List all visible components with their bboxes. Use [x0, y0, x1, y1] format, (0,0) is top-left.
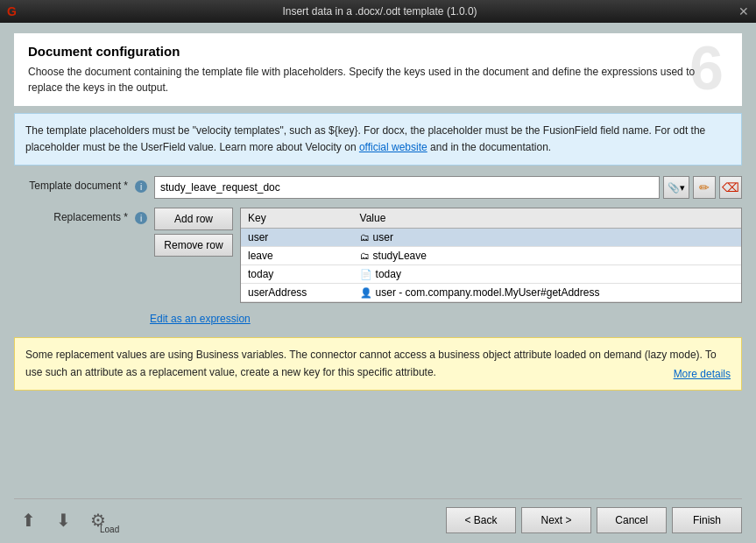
official-website-link[interactable]: official website [359, 141, 427, 153]
cancel-button[interactable]: Cancel [597, 507, 667, 533]
replacements-buttons: Add row Remove row [154, 208, 233, 303]
remove-row-button[interactable]: Remove row [154, 234, 233, 257]
value-cell: 🗂studyLeave [353, 247, 741, 265]
window-title: Insert data in a .docx/.odt template (1.… [21, 5, 738, 18]
header-section: Document configuration Choose the docume… [14, 33, 742, 106]
close-button[interactable]: ✕ [738, 4, 749, 18]
dropdown-icon: 📎▾ [668, 182, 685, 194]
col-key-header: Key [241, 208, 353, 229]
template-dropdown-btn[interactable]: 📎▾ [663, 176, 689, 199]
form-section: Template document * i 📎▾ ✏ ⌫ Replacement… [14, 176, 742, 491]
row-icon: 🗂 [360, 232, 370, 243]
page-title: Document configuration [28, 44, 728, 59]
key-cell: leave [241, 247, 353, 265]
finish-button[interactable]: Finish [672, 507, 742, 533]
replacements-wrapper: Add row Remove row Key Value user � [154, 208, 742, 303]
template-label: Template document * [14, 176, 128, 192]
replacements-info-icon[interactable]: i [135, 212, 147, 224]
value-cell: 📄today [353, 265, 741, 284]
bottom-right-section: < Back Next > Cancel Finish [446, 507, 742, 533]
back-button[interactable]: < Back [446, 507, 516, 533]
template-info-icon[interactable]: i [135, 180, 147, 193]
download-btn[interactable]: ⬇ [49, 506, 77, 534]
key-cell: userAddress [241, 284, 353, 302]
table-row[interactable]: user 🗂user [241, 229, 741, 247]
table-row[interactable]: userAddress 👤user - com.company.model.My… [241, 284, 741, 302]
page-description: Choose the document containing the templ… [28, 64, 728, 95]
row-icon: 📄 [360, 269, 372, 279]
add-row-button[interactable]: Add row [154, 208, 233, 230]
table-row[interactable]: leave 🗂studyLeave [241, 247, 741, 265]
replacements-row: Replacements * i Add row Remove row Key … [14, 208, 742, 303]
bottom-bar: ⬆ ⬇ ⚙ Load < Back Next > Cancel Finish [14, 498, 742, 536]
main-container: Document configuration Choose the docume… [0, 23, 756, 543]
template-edit-btn[interactable]: ✏ [693, 176, 716, 199]
col-value-header: Value [353, 208, 741, 229]
warning-box: Some replacement values are using Busine… [14, 337, 742, 390]
upload-icon: ⬆ [14, 506, 42, 534]
table-row[interactable]: today 📄today [241, 265, 741, 284]
title-bar: G Insert data in a .docx/.odt template (… [0, 0, 756, 23]
eraser-icon: ⌫ [722, 180, 739, 194]
more-details-link[interactable]: More details [674, 366, 731, 383]
value-cell: 👤user - com.company.model.MyUser#getAddr… [353, 284, 741, 302]
pencil-icon: ✏ [699, 180, 710, 194]
bottom-left-section: ⬆ ⬇ ⚙ Load [14, 506, 119, 534]
load-label: Load [100, 525, 119, 534]
template-input-wrapper: 📎▾ ✏ ⌫ [154, 176, 742, 199]
app-icon: G [7, 4, 21, 18]
replacements-table-wrapper: Key Value user 🗂user leave 🗂studyLeave t… [240, 208, 742, 303]
template-input[interactable] [154, 176, 660, 199]
next-button[interactable]: Next > [521, 507, 591, 533]
value-cell: 🗂user [353, 229, 741, 247]
row-icon: 🗂 [360, 250, 370, 261]
replacements-table: Key Value user 🗂user leave 🗂studyLeave t… [241, 208, 741, 302]
upload-btn[interactable]: ⬆ [14, 506, 42, 534]
key-cell: user [241, 229, 353, 247]
replacements-label: Replacements * [14, 208, 128, 223]
download-icon: ⬇ [49, 506, 77, 534]
row-icon: 👤 [360, 287, 372, 298]
app-logo: 6 [689, 38, 733, 81]
template-clear-btn[interactable]: ⌫ [719, 176, 742, 199]
edit-expression-link[interactable]: Edit as an expression [150, 313, 251, 325]
info-box: The template placeholders must be "veloc… [14, 113, 742, 166]
template-row: Template document * i 📎▾ ✏ ⌫ [14, 176, 742, 199]
warning-text: Some replacement values are using Busine… [25, 349, 717, 377]
info-text-after: and in the documentation. [427, 141, 551, 153]
key-cell: today [241, 265, 353, 284]
